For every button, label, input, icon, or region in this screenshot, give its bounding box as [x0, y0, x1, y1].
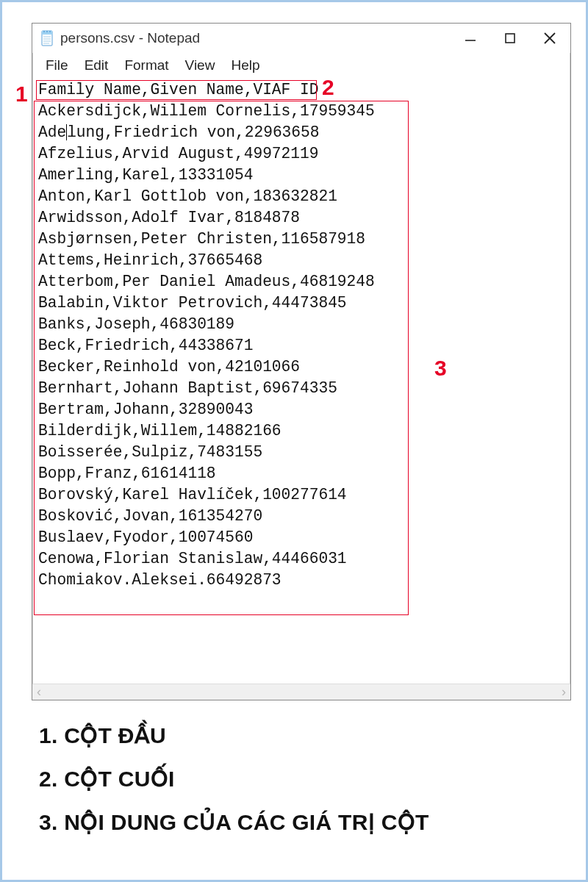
legend-item-2: 2. CỘT CUỐI: [39, 766, 556, 792]
svg-rect-10: [506, 34, 514, 43]
legend-item-3: 3. NỘI DUNG CỦA CÁC GIÁ TRỊ CỘT: [39, 809, 556, 835]
minimize-button[interactable]: [460, 28, 481, 49]
annotation-1: 1: [15, 82, 28, 107]
annotation-2: 2: [322, 75, 334, 100]
editor-area: 2 3 Family Name,Given Name,VIAF ID Acker…: [34, 79, 569, 682]
menu-view[interactable]: View: [181, 56, 220, 75]
menu-format[interactable]: Format: [120, 56, 173, 75]
svg-point-3: [46, 31, 48, 32]
annotation-3: 3: [434, 356, 447, 381]
menubar: File Edit Format View Help: [32, 53, 570, 79]
horizontal-scrollbar[interactable]: ‹ ›: [32, 684, 570, 700]
notepad-window: persons.csv - Notepad File Edit Format V…: [32, 23, 571, 700]
menu-file[interactable]: File: [41, 56, 73, 75]
close-button[interactable]: [539, 28, 560, 49]
legend: 1. CỘT ĐẦU 2. CỘT CUỐI 3. NỘI DUNG CỦA C…: [39, 723, 556, 835]
legend-item-1: 1. CỘT ĐẦU: [39, 723, 556, 748]
svg-point-4: [49, 31, 51, 32]
text-caret: [66, 124, 67, 140]
maximize-button[interactable]: [500, 28, 520, 49]
text-editor[interactable]: Family Name,Given Name,VIAF ID Ackersdij…: [34, 79, 569, 682]
window-title: persons.csv - Notepad: [60, 30, 460, 46]
notepad-icon: [40, 29, 54, 47]
titlebar: persons.csv - Notepad: [32, 24, 570, 53]
menu-edit[interactable]: Edit: [80, 56, 113, 75]
svg-point-2: [43, 31, 45, 32]
window-controls: [460, 28, 566, 49]
scroll-left-icon[interactable]: ‹: [37, 684, 41, 700]
scroll-right-icon[interactable]: ›: [562, 684, 566, 700]
menu-help[interactable]: Help: [226, 56, 264, 75]
